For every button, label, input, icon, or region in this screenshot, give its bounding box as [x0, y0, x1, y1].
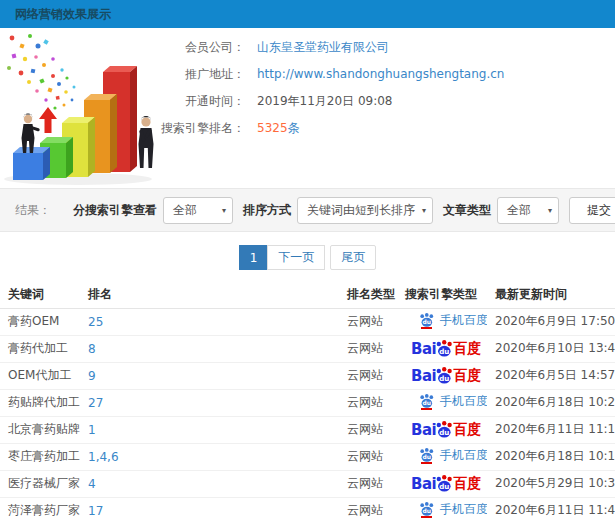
mobile-baidu-logo: du 手机百度: [419, 447, 487, 464]
rank-link[interactable]: 4: [88, 477, 96, 491]
rank-cell: 9: [80, 362, 339, 389]
chevron-down-icon: ▾: [422, 206, 426, 215]
last-page-button[interactable]: 尾页: [330, 245, 376, 270]
update-time-cell: 2020年6月5日 14:57: [487, 362, 615, 389]
rank-type-cell: 云网站: [339, 416, 397, 443]
rank-type-cell: 云网站: [339, 443, 397, 470]
sort-filter-label: 排序方式: [243, 202, 291, 219]
chevron-down-icon: ▾: [222, 206, 226, 215]
table-row: 菏泽膏药厂家 17 云网站 du 手机百度 2020年6月11日 11:40: [0, 497, 615, 520]
baidu-cn-text: 百度: [453, 475, 481, 493]
table-header-row: 关键词 排名 排名类型 搜索引擎类型 最新更新时间: [0, 282, 615, 308]
rank-type-cell: 云网站: [339, 497, 397, 520]
update-time-cell: 2020年6月18日 10:25: [487, 389, 615, 416]
engine-cell: Bai du 百度: [397, 335, 487, 362]
mobile-baidu-label: 手机百度: [440, 312, 487, 329]
red-underline: [421, 408, 432, 410]
baidu-cn-text: 百度: [453, 367, 481, 385]
mobile-baidu-label: 手机百度: [440, 447, 487, 464]
rank-type-cell: 云网站: [339, 470, 397, 497]
page-number-current[interactable]: 1: [239, 245, 269, 270]
filter-controls: 分搜索引擎查看 全部 ▾ 排序方式 关键词由短到长排序 ▾ 文章类型 全部 ▾ …: [63, 197, 615, 224]
bar-chart-illustration: [0, 30, 185, 188]
rank-link[interactable]: 9: [88, 369, 96, 383]
engine-cell: du 手机百度: [397, 497, 487, 520]
mobile-baidu-label: 手机百度: [440, 501, 487, 518]
sort-select[interactable]: 关键词由短到长排序 ▾: [297, 197, 433, 224]
red-underline: [421, 516, 432, 518]
engine-cell: du 手机百度: [397, 308, 487, 335]
col-rank: 排名: [80, 282, 339, 308]
svg-text:du: du: [423, 507, 432, 514]
engine-cell: Bai du 百度: [397, 416, 487, 443]
rank-cell: 17: [80, 497, 339, 520]
engine-filter-label: 分搜索引擎查看: [73, 202, 157, 219]
rank-cell: 8: [80, 335, 339, 362]
col-updated: 最新更新时间: [487, 282, 615, 308]
svg-text:du: du: [423, 399, 432, 406]
confetti-dots: [7, 34, 76, 110]
table-row: 医疗器械厂家 4 云网站 Bai du 百度 2020年5月29日 10:32: [0, 470, 615, 497]
table-row: 膏药OEM 25 云网站 du 手机百度 2020年6月9日 17:50: [0, 308, 615, 335]
baidu-bai-text: Bai: [411, 340, 436, 358]
rank-link[interactable]: 25: [88, 315, 103, 329]
baidu-paw-icon: du: [435, 420, 454, 439]
next-page-button[interactable]: 下一页: [267, 245, 325, 270]
results-table: 关键词 排名 排名类型 搜索引擎类型 最新更新时间 膏药OEM 25 云网站 d…: [0, 282, 615, 520]
baidu-paw-icon: du: [435, 366, 454, 385]
baidu-paw-icon: du: [435, 474, 454, 493]
baidu-bai-text: Bai: [411, 367, 436, 385]
table-row: 枣庄膏药加工 1,4,6 云网站 du 手机百度 2020年6月18日 10:1…: [0, 443, 615, 470]
mobile-baidu-logo: du 手机百度: [419, 393, 487, 410]
rank-link[interactable]: 17: [88, 504, 103, 518]
article-type-label: 文章类型: [443, 202, 491, 219]
company-name-link[interactable]: 山东皇圣堂药业有限公司: [257, 39, 389, 56]
baidu-paw-icon: du: [419, 393, 435, 409]
page-title: 网络营销效果展示: [15, 6, 111, 23]
submit-button[interactable]: 提交: [569, 197, 615, 224]
promo-url-link[interactable]: http://www.shandonghuangshengtang.cn: [257, 67, 504, 81]
keyword-cell: 北京膏药贴牌: [0, 416, 80, 443]
result-label: 结果：: [15, 202, 51, 219]
baidu-paw-icon: du: [419, 447, 435, 463]
engine-cell: du 手机百度: [397, 443, 487, 470]
rank-link[interactable]: 8: [88, 342, 96, 356]
baidu-paw-icon: du: [419, 312, 435, 328]
company-info: 会员公司： 山东皇圣堂药业有限公司 推广地址： http://www.shand…: [153, 28, 615, 135]
rank-cell: 1,4,6: [80, 443, 339, 470]
mobile-baidu-logo: du 手机百度: [419, 501, 487, 518]
table-row: 北京膏药贴牌 1 云网站 Bai du 百度 2020年6月11日 11:18: [0, 416, 615, 443]
article-type-select[interactable]: 全部 ▾: [497, 197, 559, 224]
baidu-cn-text: 百度: [453, 340, 481, 358]
keyword-cell: 药贴牌代加工: [0, 389, 80, 416]
rank-count-value: 5325: [257, 121, 288, 135]
rank-count-unit[interactable]: 条: [288, 120, 300, 137]
svg-text:du: du: [439, 374, 449, 383]
svg-text:du: du: [439, 428, 449, 437]
baidu-paw-icon: du: [419, 501, 435, 517]
rank-link[interactable]: 27: [88, 396, 103, 410]
filter-bar: 结果： 分搜索引擎查看 全部 ▾ 排序方式 关键词由短到长排序 ▾ 文章类型 全…: [0, 188, 615, 232]
rank-link[interactable]: 1,4,6: [88, 450, 119, 464]
rank-link[interactable]: 1: [88, 423, 96, 437]
table-row: 膏药代加工 8 云网站 Bai du 百度 2020年6月10日 13:40: [0, 335, 615, 362]
table-row: OEM代加工 9 云网站 Bai du 百度 2020年6月5日 14:57: [0, 362, 615, 389]
page-header: 网络营销效果展示: [0, 0, 615, 28]
top-section: 会员公司： 山东皇圣堂药业有限公司 推广地址： http://www.shand…: [0, 28, 615, 188]
svg-text:du: du: [423, 453, 432, 460]
baidu-cn-text: 百度: [453, 421, 481, 439]
businessman-right: [139, 116, 154, 168]
keyword-cell: 菏泽膏药厂家: [0, 497, 80, 520]
svg-text:du: du: [439, 347, 449, 356]
baidu-bai-text: Bai: [411, 421, 436, 439]
mobile-baidu-label: 手机百度: [440, 393, 487, 410]
update-time-cell: 2020年6月11日 11:40: [487, 497, 615, 520]
rank-type-cell: 云网站: [339, 335, 397, 362]
chevron-down-icon: ▾: [548, 206, 552, 215]
mobile-baidu-logo: du 手机百度: [419, 312, 487, 329]
engine-select[interactable]: 全部 ▾: [163, 197, 233, 224]
update-time-cell: 2020年6月10日 13:40: [487, 335, 615, 362]
rank-cell: 27: [80, 389, 339, 416]
info-row-company: 会员公司： 山东皇圣堂药业有限公司: [153, 40, 615, 54]
keyword-cell: 膏药代加工: [0, 335, 80, 362]
